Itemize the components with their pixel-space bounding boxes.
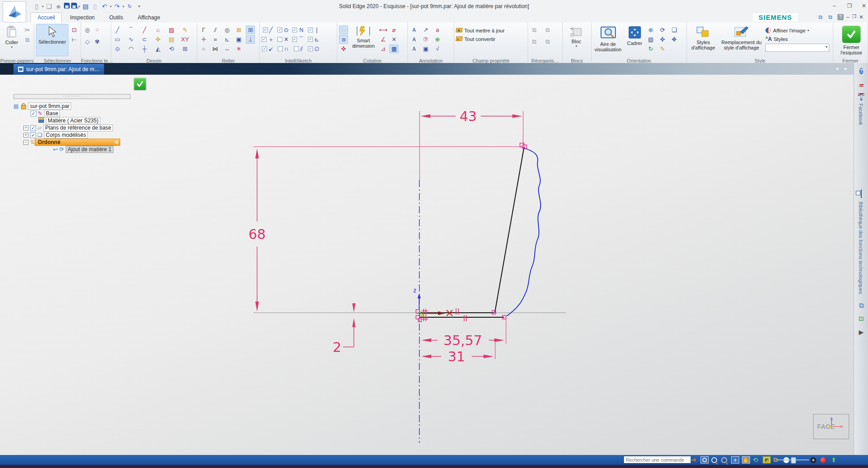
intersection-snap-checkbox[interactable] <box>277 37 282 42</box>
symmetric-diameter-icon[interactable]: ⌀ <box>389 26 398 34</box>
tab-accueil[interactable]: Accueil <box>31 13 62 22</box>
tab-outils[interactable]: Outils <box>103 13 130 22</box>
offset-tool-icon[interactable]: ▨ <box>167 26 176 34</box>
dimension-43[interactable]: 43 <box>420 108 522 124</box>
block-dropdown-icon[interactable]: ▾ <box>575 44 577 48</box>
lock-constraint-icon[interactable]: ⊠ <box>234 26 243 34</box>
contour-tool-icon[interactable]: ⌂ <box>154 26 163 34</box>
zoom-icon[interactable] <box>711 456 717 464</box>
save-icon[interactable] <box>64 3 70 10</box>
smart-dimension-button[interactable]: Smart dimension <box>349 24 377 55</box>
midpoint-snap-icon[interactable]: ✓＋ <box>262 35 274 44</box>
circle-tool-icon[interactable]: ⊙ <box>113 45 122 53</box>
maximize-window-icon[interactable]: ⬆ <box>831 456 836 464</box>
rotate-view-icon[interactable]: ⟳ <box>658 26 667 34</box>
distance-between-icon[interactable]: ⟷ <box>379 26 388 34</box>
pointoncurve-snap-icon[interactable]: ✓Ｎ <box>292 26 304 34</box>
perpendicular-snap-checkbox[interactable]: ✓ <box>308 37 313 42</box>
command-arrow-icon[interactable]: ➔ <box>691 456 696 464</box>
rotate-icon[interactable]: ⟲ <box>753 456 758 464</box>
endpoint-snap-checkbox[interactable]: ✓ <box>263 27 268 32</box>
doc-nav-prev-icon[interactable]: ◂ <box>836 65 838 72</box>
ellipse-tool-icon[interactable]: ⊂ <box>140 35 149 44</box>
balloon-icon[interactable]: ⑦ <box>421 35 430 44</box>
style-override-button[interactable]: Remplacement du style d'affichage <box>719 24 764 55</box>
zoom-in-button[interactable]: + <box>810 456 816 464</box>
close-document-icon[interactable]: ▯ <box>91 3 99 10</box>
parallel-snap-checkbox[interactable] <box>294 46 299 51</box>
move-backward-icon[interactable]: ⧉ <box>530 37 539 46</box>
point-tool-icon[interactable]: ┼ <box>140 45 149 53</box>
dimension-style-icon[interactable]: ▦ <box>389 45 398 53</box>
repeat-icon[interactable]: ↻ <box>126 4 134 9</box>
spline-curve[interactable] <box>507 148 541 316</box>
parallel-snap-icon[interactable]: ⫽ <box>292 45 304 53</box>
help-icon[interactable]: ? <box>837 14 844 20</box>
text-fit-icon[interactable]: Ａ <box>410 45 419 53</box>
tab-inspection[interactable]: Inspection <box>64 13 101 22</box>
xy-keyin-icon[interactable]: XY <box>181 35 190 44</box>
connector-icon[interactable]: a <box>433 26 442 34</box>
fit-button[interactable]: Cadrer <box>624 24 645 55</box>
cascade-windows-icon[interactable]: ⧉ <box>818 14 823 20</box>
horizontal-axis-icon[interactable]: ↔ <box>222 45 231 53</box>
pan-icon[interactable]: ✋ <box>742 456 750 464</box>
midpoint-constraint-icon[interactable]: ✳ <box>234 45 243 53</box>
styles-button[interactable]: AA Styles <box>765 35 831 43</box>
centerpoint-snap-icon[interactable]: ✓⊙ <box>277 26 289 34</box>
concentric-rings-icon[interactable]: ◎ <box>83 26 92 34</box>
redo-icon[interactable]: ↷ <box>113 3 121 10</box>
perpendicular-snap-icon[interactable]: ✓⊾ <box>308 35 319 44</box>
horizontal-constraint-icon[interactable]: ✛ <box>199 35 208 44</box>
rigid-set-icon[interactable]: ▣ <box>234 35 243 44</box>
gear-profile-icon[interactable]: ✾ <box>93 37 102 46</box>
rectangle-tool-icon[interactable]: ▭ <box>113 35 122 44</box>
editpoint-snap-icon[interactable]: ✓↙ <box>262 45 274 53</box>
sketch-canvas[interactable]: ·········· ▤ sur-pot 9mm.par ✓ ✎ Base Ma… <box>0 75 854 455</box>
minimize-button[interactable]: – <box>828 2 840 9</box>
new-document-icon[interactable]: ▯ <box>32 3 41 10</box>
sharpen-dropdown-icon[interactable]: ▾ <box>807 28 809 32</box>
send-back-icon[interactable]: ⧉ <box>543 37 552 46</box>
dimension-axis-icon[interactable]: ✕ <box>389 35 398 44</box>
fit-view-icon[interactable]: ✛ <box>731 456 739 464</box>
center-mark-icon[interactable]: ◇ <box>83 37 92 46</box>
undo-icon[interactable]: ↶ <box>100 3 108 10</box>
coordinate-dimension-icon[interactable]: ⊿ <box>379 45 388 53</box>
callout-icon[interactable]: ▣ <box>421 45 430 53</box>
iso-view-icon[interactable]: ✥ <box>670 35 679 44</box>
ribbon-close-icon[interactable]: ✕ <box>859 14 863 20</box>
equal-constraint-icon[interactable]: ＝ <box>211 35 220 44</box>
zoom-plus-icon[interactable]: ⊕ <box>646 26 656 34</box>
auto-dimension-icon[interactable]: ◌ <box>339 26 348 34</box>
help-bubble-icon[interactable]: ? <box>856 67 866 75</box>
symmetry-constraint-icon[interactable]: ⋈ <box>211 45 220 53</box>
dimension-2[interactable]: 2 <box>333 303 356 355</box>
zoom-slider[interactable] <box>777 459 809 460</box>
style-combobox[interactable] <box>765 44 829 52</box>
perpendicular-constraint-icon[interactable]: ⊾ <box>222 35 231 44</box>
maintain-relations-icon[interactable]: ⊞ <box>246 26 255 34</box>
edit-view-icon[interactable]: ✎ <box>658 45 667 53</box>
convert-all-button[interactable]: Tout convertir <box>456 35 504 43</box>
intersection-snap-icon[interactable]: ✕ <box>277 35 289 44</box>
grid-tool-icon[interactable]: ⊞ <box>181 45 190 53</box>
arc-tool-icon[interactable]: ⌒ <box>127 26 136 34</box>
layers-panel-icon[interactable]: ⧉ <box>856 302 866 310</box>
refresh-view-icon[interactable]: ↻ <box>646 45 656 53</box>
bring-front-icon[interactable]: ⧉ <box>543 26 552 34</box>
curve-tool-icon[interactable]: ∿ <box>127 35 136 44</box>
task-list-icon[interactable]: ▤ <box>81 3 90 10</box>
tangent-constraint-icon[interactable]: ○ <box>199 45 208 53</box>
dimension-35-57[interactable]: 35,57 <box>421 320 506 348</box>
shaded-view-icon[interactable]: ▧ <box>646 35 656 44</box>
circle-snap-checkbox[interactable]: ✓ <box>308 46 313 51</box>
tangent-snap-checkbox[interactable]: ✓ <box>292 37 297 42</box>
tile-windows-icon[interactable]: ⧉ <box>828 14 832 20</box>
library-icon[interactable] <box>856 190 866 198</box>
move-forward-icon[interactable]: ⧉ <box>530 26 539 34</box>
doc-nav-next-icon[interactable]: ▸ <box>845 65 847 72</box>
alignment-snap-checkbox[interactable]: ✓ <box>308 27 313 32</box>
paste-button[interactable]: Coller ▾ <box>2 24 22 55</box>
editpoint-snap-checkbox[interactable]: ✓ <box>262 46 267 51</box>
